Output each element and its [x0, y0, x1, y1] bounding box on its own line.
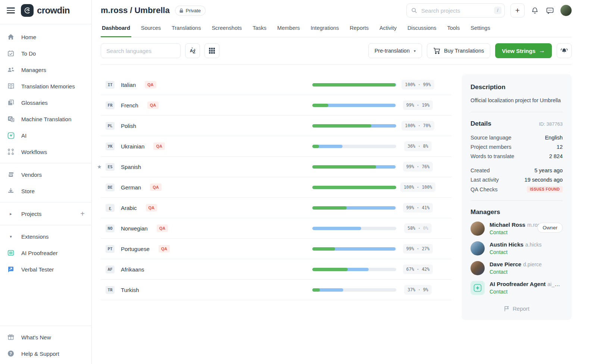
sidebar-item-translation-memories[interactable]: Translation Memories [0, 78, 91, 94]
qa-issues-badge[interactable]: QA [147, 101, 159, 109]
tab-tasks[interactable]: Tasks [251, 25, 268, 37]
qa-issues-badge[interactable]: QA [153, 142, 165, 150]
language-name-link[interactable]: Polish [121, 123, 136, 129]
subscribe-bell-button[interactable] [557, 43, 572, 58]
sidebar-item-store[interactable]: Store [0, 183, 91, 199]
tab-integrations[interactable]: Integrations [310, 25, 340, 37]
translation-progress-bar[interactable] [312, 83, 396, 87]
tab-dashboard[interactable]: Dashboard [101, 25, 131, 37]
chevron-right-icon[interactable]: ▸ [7, 211, 15, 216]
messages-chat-icon[interactable] [545, 6, 555, 15]
tab-screenshots[interactable]: Screenshots [210, 25, 243, 37]
language-name-link[interactable]: Portuguese [121, 246, 150, 252]
translation-progress-bar[interactable] [312, 247, 396, 251]
menu-hamburger-icon[interactable] [7, 7, 15, 13]
sidebar-item-managers[interactable]: Managers [0, 62, 91, 78]
language-name-link[interactable]: German [121, 184, 141, 191]
view-strings-button[interactable]: View Strings → [495, 43, 552, 58]
language-row[interactable]: TR Turkish 37% · 9% [101, 280, 451, 300]
translation-progress-bar[interactable] [312, 288, 396, 292]
sidebar-item-workflows[interactable]: Workflows [0, 144, 91, 160]
add-project-plus-icon[interactable]: + [80, 210, 85, 217]
tab-discussions[interactable]: Discussions [406, 25, 437, 37]
notifications-bell-icon[interactable] [530, 6, 540, 15]
sidebar-item-extensions[interactable]: ▾ Extensions [0, 228, 91, 245]
sidebar-item-projects[interactable]: ▸ Projects + [0, 205, 91, 222]
crowdin-logo[interactable]: crowdin [21, 4, 70, 17]
sidebar-item-ai-proofreader[interactable]: AI Proofreader [0, 245, 91, 261]
sidebar-item-verbal-tester[interactable]: Verbal Tester [0, 261, 91, 277]
tab-reports[interactable]: Reports [348, 25, 370, 37]
language-row[interactable]: ع Arabic QA 99% · 41% [101, 198, 451, 218]
manager-name[interactable]: Dave Pierce [490, 261, 521, 267]
tab-translations[interactable]: Translations [171, 25, 202, 37]
sidebar-item-vendors[interactable]: Vendors [0, 166, 91, 183]
contact-link[interactable]: Contact [490, 249, 507, 255]
tab-activity[interactable]: Activity [378, 25, 398, 37]
tab-members[interactable]: Members [276, 25, 301, 37]
translation-progress-bar[interactable] [312, 145, 396, 148]
create-project-button[interactable]: + [510, 3, 525, 18]
language-name-link[interactable]: Spanish [121, 164, 141, 170]
manager-avatar[interactable] [471, 261, 485, 275]
tab-tools[interactable]: Tools [446, 25, 461, 37]
user-avatar[interactable] [560, 5, 572, 16]
qa-issues-badge[interactable]: QA [159, 245, 170, 252]
language-row[interactable]: NO Norwegian QA 58% · 0% [101, 218, 451, 239]
language-name-link[interactable]: Italian [121, 82, 136, 88]
issues-found-badge[interactable]: ISSUES FOUND [527, 186, 563, 192]
contact-link[interactable]: Contact [490, 269, 507, 275]
qa-issues-badge[interactable]: QA [150, 183, 162, 191]
translation-progress-bar[interactable] [312, 124, 396, 128]
language-row[interactable]: AF Afrikaans 67% · 42% [101, 259, 451, 280]
language-name-link[interactable]: French [121, 102, 138, 109]
manager-name[interactable]: Austin Hicks [490, 241, 523, 248]
sidebar-item-whats-new[interactable]: What's New [0, 329, 91, 345]
language-row[interactable]: PL Polish 100% · 70% [101, 116, 451, 136]
contact-link[interactable]: Contact [490, 289, 507, 295]
report-link[interactable]: Report [471, 305, 563, 312]
tab-settings[interactable]: Settings [469, 25, 491, 37]
pretranslation-dropdown[interactable]: Pre-translation ▾ [368, 43, 422, 58]
language-row[interactable]: PT Portuguese QA 99% · 27% [101, 239, 451, 259]
language-name-link[interactable]: Afrikaans [121, 266, 144, 273]
manager-name[interactable]: Michael Ross [490, 222, 525, 228]
language-row[interactable]: ★ ES Spanish 99% · 76% [101, 157, 451, 177]
language-name-link[interactable]: Turkish [121, 287, 139, 293]
translation-progress-bar[interactable] [312, 206, 396, 210]
language-name-link[interactable]: Norwegian [121, 225, 148, 232]
qa-issues-badge[interactable]: QA [157, 225, 168, 232]
sidebar-item-glossaries[interactable]: Glossaries [0, 94, 91, 111]
manager-name[interactable]: AI Proofreader Agent [490, 281, 546, 287]
buy-translations-button[interactable]: Buy Translations [427, 43, 490, 58]
qa-issues-badge[interactable]: QA [146, 204, 157, 211]
favorite-star-icon[interactable]: ★ [97, 164, 102, 170]
tab-sources[interactable]: Sources [140, 25, 162, 37]
language-search-input[interactable] [101, 43, 181, 58]
project-search-input[interactable] [421, 7, 491, 14]
chevron-down-icon[interactable]: ▾ [7, 234, 15, 239]
translation-progress-bar[interactable] [312, 104, 396, 107]
manager-avatar[interactable] [471, 281, 485, 295]
translation-progress-bar[interactable] [312, 186, 396, 189]
contact-link[interactable]: Contact [490, 229, 507, 235]
sidebar-item-todo[interactable]: To Do [0, 45, 91, 62]
sidebar-item-ai[interactable]: AI [0, 127, 91, 144]
translation-progress-bar[interactable] [312, 268, 396, 271]
qa-issues-badge[interactable]: QA [145, 81, 156, 88]
language-name-link[interactable]: Arabic [121, 205, 137, 211]
language-name-link[interactable]: Ukrainian [121, 143, 144, 150]
project-search-box[interactable]: / [406, 3, 505, 18]
language-row[interactable]: IT Italian QA 100% · 99% [101, 75, 451, 95]
sort-az-button[interactable]: AZ [185, 43, 200, 58]
grid-view-button[interactable] [204, 43, 219, 58]
translation-progress-bar[interactable] [312, 165, 396, 169]
language-row[interactable]: УК Ukrainian QA 36% · 8% [101, 136, 451, 157]
manager-avatar[interactable] [471, 241, 485, 255]
sidebar-item-machine-translation[interactable]: GA Machine Translation [0, 111, 91, 127]
sidebar-item-help-support[interactable]: ? Help & Support [0, 345, 91, 362]
language-row[interactable]: DE German QA 100% · 100% [101, 177, 451, 198]
manager-avatar[interactable] [471, 222, 485, 236]
sidebar-item-home[interactable]: Home [0, 29, 91, 45]
translation-progress-bar[interactable] [312, 227, 396, 230]
